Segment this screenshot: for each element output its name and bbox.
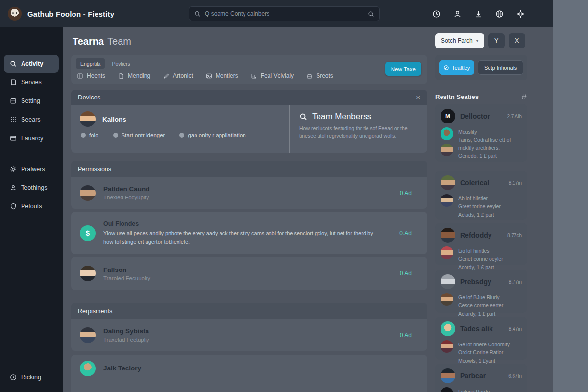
topbar: Gathub Foolon - Fiestity (0, 0, 553, 27)
option-gan-onity[interactable]: gan onity r appliatlation (179, 132, 245, 138)
y-button[interactable]: Y (488, 33, 505, 48)
sidebar-item-pralwers[interactable]: Pralwers (4, 160, 59, 178)
sidebar-item-seears[interactable]: Seears (4, 111, 59, 128)
filter-chip[interactable]: Engprtila (76, 58, 105, 69)
sparkle-icon[interactable] (515, 9, 525, 19)
card-time: 2.7 Alh (507, 114, 522, 119)
member-row-oui-fiondes[interactable]: $ Oui Fiondes Ylow use all peces andlly … (71, 212, 427, 254)
button-label: Tealtley (452, 65, 470, 71)
feed-card-prebsdgy[interactable]: Prebsdgy 8.77in Ge lof BJue Rlurly Cesce… (435, 270, 527, 313)
main-content: TearnaTeam Sotch Farch ▾ Y X Engprtila P… (63, 27, 553, 392)
search-icon (368, 11, 374, 17)
new-task-button[interactable]: New Taxe (385, 62, 421, 76)
shield-icon (10, 203, 17, 210)
sidebar-item-activity[interactable]: Activity (4, 55, 59, 73)
member-subtitle: Traxelad Fectupliy (103, 337, 392, 343)
page-title: TearnaTeam (73, 36, 131, 47)
sidebar-item-pefouts[interactable]: Pefouts (4, 197, 59, 215)
card-icon (10, 135, 17, 142)
option-label: folo (89, 132, 98, 138)
clock-icon[interactable] (431, 9, 441, 19)
hash-icon[interactable] (521, 94, 527, 100)
sidebar: Activity Servies Setting Seears Fauarcy (0, 27, 63, 392)
dollar-icon: $ (80, 225, 96, 241)
close-button[interactable]: X (509, 33, 525, 48)
option-folo[interactable]: folo (81, 132, 98, 138)
grid-dots-icon (10, 116, 17, 123)
avatar (80, 185, 96, 201)
card-time: 6.67In (508, 373, 522, 379)
sidebar-item-servies[interactable]: Servies (4, 74, 59, 91)
info-title: Team Menberss (312, 112, 371, 122)
tab-feal-vcivialy[interactable]: Feal Vcivialy (251, 73, 294, 79)
tab-mentiers[interactable]: Mentiers (206, 73, 238, 79)
tab-mending[interactable]: Mending (118, 73, 150, 79)
member-row-daling[interactable]: Daling Sybista Traxelad Fectupliy 0 Ad (71, 319, 427, 351)
avatar (80, 111, 96, 127)
sidebar-item-label: Teothings (21, 184, 48, 191)
card-lines: Ab lof hiistier Greet torine eeyler Acta… (458, 194, 501, 219)
feed-card-refdoddy[interactable]: Refdoddy 8.77ch Lio lof hiintles Geriet … (435, 223, 527, 265)
close-icon[interactable]: × (416, 93, 420, 101)
avatar (441, 274, 455, 289)
member-name: Patlden Caund (103, 185, 392, 193)
member-row-fallson[interactable]: Fallson Traroled Fecuuolry 0 Ad (71, 257, 427, 290)
member-row-patlden[interactable]: Patlden Caund Thexied Focyuplty 0 Ad (71, 177, 427, 209)
person-icon[interactable] (452, 9, 462, 19)
card-name: Delloctor (460, 112, 502, 120)
avatar (441, 194, 453, 207)
option-start-ontr[interactable]: Start ontr idenger (113, 132, 165, 138)
sidebar-item-teothings[interactable]: Teothings (4, 179, 59, 196)
sidebar-item-label: Seears (21, 116, 41, 123)
sidebar-item-ricking[interactable]: Ricking (4, 368, 59, 386)
global-search[interactable] (189, 6, 380, 21)
page-title-primary: Tearna (73, 36, 104, 47)
briefcase-icon (306, 73, 313, 79)
sidebar-item-label: Activity (21, 60, 43, 67)
filter-dropdown[interactable]: Sotch Farch ▾ (435, 33, 484, 48)
card-time: 8.77ch (507, 233, 522, 238)
feed-title: Resltn Seaties (435, 93, 479, 100)
tab-heents[interactable]: Heents (77, 73, 105, 79)
feed-card-delloctor[interactable]: M Delloctor 2.7 Alh Mouslity Tarns, Codr… (435, 104, 527, 162)
card-time: 8.47in (509, 326, 522, 332)
tab-artonict[interactable]: Artonict (163, 73, 193, 79)
globe-icon[interactable] (494, 9, 504, 19)
person-icon (10, 184, 17, 191)
sidebar-item-label: Servies (21, 79, 42, 86)
sidebar-item-setting[interactable]: Setting (4, 92, 59, 110)
card-lines: Lio lof hiintles Geriet corine oeyler Ac… (458, 246, 503, 271)
pencil-icon (163, 73, 170, 79)
page-title-secondary: Team (107, 36, 131, 47)
search-input[interactable] (205, 10, 364, 17)
sidebar-item-fauarcy[interactable]: Fauarcy (4, 129, 59, 147)
file-icon (118, 73, 124, 79)
card-lines: Ge lof BJue Rlurly Cesce corme eerter Ac… (458, 293, 503, 318)
search-icon (194, 10, 201, 17)
row-value: 0 Ad (400, 332, 412, 339)
member-subtitle: Thexied Focyuplty (103, 195, 392, 200)
member-name: Kallons (102, 116, 126, 123)
feed-card-parbcar[interactable]: Parbcar 6.67In Lioloye Parde Ocase Corin… (435, 364, 527, 392)
sidebar-divider (0, 153, 63, 153)
book-icon (10, 79, 17, 86)
pencil-circle-icon (443, 65, 449, 71)
radio-icon (113, 133, 118, 138)
tealtley-button[interactable]: Tealtley (439, 60, 474, 75)
member-subtitle: Traroled Fecuuolry (103, 275, 392, 281)
download-icon[interactable] (473, 9, 483, 19)
avatar (441, 321, 455, 336)
card-lines: Lioloye Parde Ocase Corine coger (458, 387, 504, 392)
feed-card-tades[interactable]: Tades alik 8.47in Ge lof hnere Conomity … (435, 317, 527, 360)
card-name: Prebsdgy (460, 278, 504, 286)
tab-sreots[interactable]: Sreots (306, 73, 333, 79)
search-icon (299, 113, 307, 121)
feed-card-colerical[interactable]: Colerical 8.17in Ab lof hiistier Greet t… (435, 171, 527, 220)
member-row-jalk[interactable]: Jalk Teclory (71, 355, 427, 392)
avatar (80, 327, 96, 343)
octocat-logo-icon[interactable] (8, 7, 22, 21)
option-label: gan onity r appliatlation (188, 132, 245, 138)
chevron-down-icon: ▾ (476, 38, 479, 43)
regnisments-section: Rerpisments Daling Sybista Traxelad Fect… (71, 303, 427, 351)
setp-infionats-button[interactable]: Setp Infionats (478, 60, 523, 75)
